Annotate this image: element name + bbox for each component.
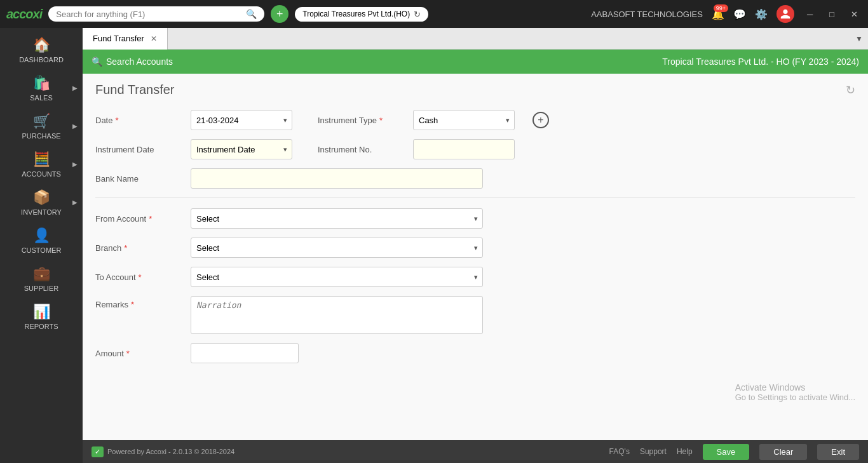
from-account-required: * (149, 214, 152, 224)
to-account-select-wrapper: Select (191, 267, 483, 287)
sidebar-arrow-inventory: ▶ (72, 199, 78, 206)
form-divider (95, 198, 855, 198)
sidebar-arrow-accounts: ▶ (72, 161, 78, 168)
clear-button[interactable]: Clear (759, 444, 807, 460)
sidebar: 🏠 DASHBOARD 🛍️ SALES ▶ 🛒 PURCHASE ▶ 🧮 AC… (0, 28, 83, 463)
remarks-label: Remarks * (95, 296, 178, 309)
search-input[interactable] (56, 10, 242, 19)
company-pill[interactable]: Tropical Treasures Pvt Ltd.(HO) ↻ (295, 7, 428, 22)
sidebar-item-label-reports: REPORTS (25, 323, 58, 330)
form-refresh-icon[interactable]: ↻ (846, 83, 855, 97)
accounts-icon: 🧮 (33, 151, 50, 168)
main-layout: 🏠 DASHBOARD 🛍️ SALES ▶ 🛒 PURCHASE ▶ 🧮 AC… (0, 28, 868, 463)
company-name: AABASOFT TECHNOLOGIES (591, 10, 703, 19)
form-row-from-account: From Account * Select (95, 208, 855, 229)
to-account-select[interactable]: Select (191, 267, 483, 287)
sidebar-item-label-accounts: ACCOUNTS (22, 170, 61, 178)
exit-button[interactable]: Exit (817, 444, 859, 460)
sidebar-item-reports[interactable]: 📊 REPORTS (0, 297, 83, 335)
instrument-date-select-wrapper: Instrument Date (191, 139, 292, 159)
form-row-amount: Amount * (95, 343, 855, 363)
instrument-type-select[interactable]: Cash Cheque DD NEFT (413, 110, 515, 130)
chat-icon[interactable]: 💬 (733, 8, 746, 20)
help-link[interactable]: Help (677, 447, 693, 456)
dashboard-icon: 🏠 (33, 37, 50, 53)
reports-icon: 📊 (33, 304, 50, 320)
sidebar-item-label-supplier: SUPPLIER (24, 285, 58, 292)
company-info: Tropical Treasures Pvt Ltd. - HO (FY 202… (662, 57, 859, 67)
sidebar-item-supplier[interactable]: 💼 SUPPLIER (0, 259, 83, 297)
sidebar-item-label-inventory: INVENTORY (21, 208, 62, 216)
search-accounts-bar: 🔍 Search Accounts Tropical Treasures Pvt… (83, 50, 868, 74)
notifications-badge: 99+ (714, 4, 728, 12)
to-account-required: * (139, 272, 142, 282)
company-refresh-icon[interactable]: ↻ (414, 10, 421, 19)
sidebar-item-label-customer: CUSTOMER (22, 246, 62, 254)
sidebar-arrow-sales: ▶ (72, 84, 78, 91)
sidebar-arrow-purchase: ▶ (72, 123, 78, 130)
close-button[interactable]: ✕ (847, 8, 862, 20)
instrument-date-label: Instrument Date (95, 145, 178, 154)
search-accounts-icon: 🔍 (92, 57, 102, 67)
minimize-button[interactable]: ─ (803, 8, 817, 20)
add-button[interactable]: + (271, 5, 288, 23)
sidebar-item-inventory[interactable]: 📦 INVENTORY ▶ (0, 183, 83, 221)
search-icon[interactable]: 🔍 (246, 9, 257, 19)
support-link[interactable]: Support (640, 447, 667, 456)
tab-fund-transfer[interactable]: Fund Transfer ✕ (83, 28, 168, 50)
amount-required: * (126, 349, 130, 358)
add-instrument-button[interactable]: + (532, 112, 549, 128)
tab-close-fund-transfer[interactable]: ✕ (151, 34, 157, 43)
instrument-type-required: * (379, 116, 383, 125)
form-header: Fund Transfer ↻ (83, 74, 868, 104)
branch-select-wrapper: Select (191, 238, 483, 258)
footer: ✓ Powered by Accoxi - 2.0.13 © 2018-2024… (83, 440, 868, 463)
form-row-remarks: Remarks * (95, 296, 855, 334)
sidebar-item-accounts[interactable]: 🧮 ACCOUNTS ▶ (0, 145, 83, 183)
branch-select[interactable]: Select (191, 238, 483, 258)
form-container: Fund Transfer ↻ Date * 21-03-2024 (83, 74, 868, 440)
remarks-required: * (131, 300, 134, 309)
form-title: Fund Transfer (95, 83, 846, 97)
tab-scroll-arrow[interactable]: ▼ (850, 34, 868, 43)
bank-name-label: Bank Name (95, 174, 178, 184)
to-account-label: To Account * (95, 272, 178, 282)
remarks-textarea[interactable] (191, 296, 483, 334)
branch-required: * (124, 243, 127, 253)
company-pill-text: Tropical Treasures Pvt Ltd.(HO) (302, 10, 410, 18)
instrument-no-input[interactable] (413, 139, 515, 159)
settings-icon[interactable]: ⚙️ (755, 8, 768, 20)
avatar[interactable] (776, 5, 794, 23)
powered-by-text: Powered by Accoxi - 2.0.13 © 2018-2024 (107, 448, 234, 455)
form-row-date-instrument: Date * 21-03-2024 Instrument Type * (95, 110, 855, 130)
amount-input[interactable] (191, 343, 299, 363)
topbar-right: AABASOFT TECHNOLOGIES 🔔 99+ 💬 ⚙️ ─ □ ✕ (591, 5, 862, 23)
date-required: * (115, 116, 118, 125)
activate-windows-notice: Activate Windows Go to Settings to activ… (735, 382, 855, 402)
bank-name-input[interactable] (191, 168, 483, 189)
accoxi-footer-logo: ✓ (92, 446, 104, 457)
form-body: Date * 21-03-2024 Instrument Type * (83, 104, 868, 385)
sidebar-item-sales[interactable]: 🛍️ SALES ▶ (0, 69, 83, 107)
sidebar-item-customer[interactable]: 👤 CUSTOMER (0, 221, 83, 259)
maximize-button[interactable]: □ (825, 8, 838, 20)
sidebar-item-label-purchase: PURCHASE (22, 132, 60, 140)
faq-link[interactable]: FAQ's (609, 447, 630, 456)
sidebar-item-purchase[interactable]: 🛒 PURCHASE ▶ (0, 107, 83, 145)
content-area: Fund Transfer ✕ ▼ 🔍 Search Accounts Trop… (83, 28, 868, 463)
logo: accoxi (6, 7, 42, 22)
powered-by: ✓ Powered by Accoxi - 2.0.13 © 2018-2024 (92, 446, 234, 457)
sidebar-item-dashboard[interactable]: 🏠 DASHBOARD (0, 30, 83, 69)
date-label: Date * (95, 116, 178, 125)
branch-label: Branch * (95, 243, 178, 253)
from-account-select[interactable]: Select (191, 208, 483, 229)
sidebar-item-label-sales: SALES (30, 94, 52, 102)
save-button[interactable]: Save (703, 444, 750, 460)
notifications-icon[interactable]: 🔔 99+ (712, 8, 724, 20)
date-select[interactable]: 21-03-2024 (191, 110, 292, 130)
search-box[interactable]: 🔍 (48, 6, 264, 22)
instrument-type-select-wrapper: Cash Cheque DD NEFT (413, 110, 515, 130)
instrument-date-select[interactable]: Instrument Date (191, 139, 292, 159)
tab-label-fund-transfer: Fund Transfer (93, 34, 144, 43)
search-accounts-button[interactable]: 🔍 Search Accounts (92, 57, 173, 67)
